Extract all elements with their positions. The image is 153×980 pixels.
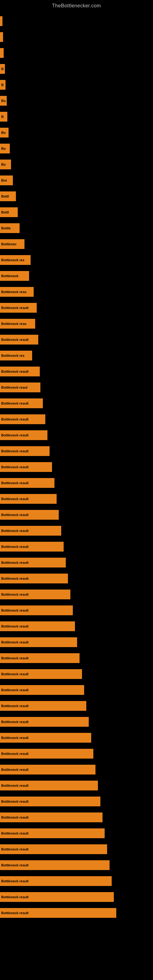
bar-label: Bottleneck result — [1, 433, 29, 437]
bar-row — [0, 29, 153, 45]
bar-row: Bottleneck result — [0, 905, 153, 921]
bar: B — [0, 112, 7, 122]
bar: Bottleneck result — [0, 367, 40, 376]
bar-label: Bo — [1, 99, 6, 103]
bar: Bottleneck result — [0, 605, 73, 615]
bars-container: BBBoBBoBoBoBotBottlBottlBottleBottlenecB… — [0, 10, 153, 921]
bar-label: Bottleneck result — [1, 911, 29, 915]
bar — [0, 16, 2, 26]
bar-row: Bottleneck result — [0, 794, 153, 810]
bar-label: Bottleneck result — [1, 784, 29, 788]
bar: Bottleneck result — [0, 813, 102, 822]
bar-row: Bottl — [0, 204, 153, 220]
bar-row: Bottleneck result — [0, 698, 153, 714]
bar-row: Bottleneck result — [0, 507, 153, 523]
bar: Bottleneck result — [0, 494, 57, 504]
bar-row: Bot — [0, 172, 153, 188]
bar: Bottlenec — [0, 239, 24, 249]
bar-row: Bottleneck result — [0, 475, 153, 491]
bar-row: Bottleneck result — [0, 300, 153, 316]
bar-label: Bottleneck result — [1, 609, 29, 612]
bar-row: Bottleneck result — [0, 778, 153, 794]
bar-row: Bottleneck result — [0, 841, 153, 857]
bar-label: Bot — [1, 178, 7, 182]
bar-row: Bottl — [0, 188, 153, 204]
bar: Bottl — [0, 207, 18, 217]
bar-row: B — [0, 77, 153, 93]
bar-label: Bottleneck resu — [1, 322, 27, 326]
bar-label: B — [1, 83, 4, 87]
bar: Bottleneck result — [0, 526, 61, 536]
bar: Bot — [0, 175, 13, 185]
bar-row: Bottleneck result — [0, 602, 153, 618]
bar-row: Bo — [0, 93, 153, 109]
bar-label: Bottleneck — [1, 274, 18, 278]
bar: Bottleneck result — [0, 590, 70, 599]
bar-row: Bottleneck resul — [0, 379, 153, 395]
bar-label: Bottleneck result — [1, 879, 29, 883]
bar-label: Bottl — [1, 210, 9, 214]
bar-label: Bottleneck result — [1, 338, 29, 342]
bar-label: Bottleneck result — [1, 688, 29, 692]
bar-label: Bottleneck result — [1, 465, 29, 469]
bar: Bottleneck result — [0, 876, 112, 886]
bar: Bottleneck result — [0, 717, 89, 727]
bar: Bottleneck result — [0, 892, 114, 902]
bar-label: Bottl — [1, 194, 9, 198]
bar-row: Bottleneck result — [0, 666, 153, 682]
bar-row: Bottleneck result — [0, 411, 153, 427]
bar: B — [0, 80, 5, 90]
bar-row: Bottleneck result — [0, 857, 153, 873]
bar-label: Bottleneck result — [1, 306, 29, 310]
bar-label: Bottleneck res — [1, 258, 24, 262]
bar-row: Bottleneck result — [0, 873, 153, 889]
bar: Bottleneck result — [0, 765, 96, 775]
bar-label: B — [1, 67, 4, 71]
bar-label: B — [1, 115, 4, 119]
bar: Bottleneck resul — [0, 382, 40, 392]
bar-row: Bottleneck result — [0, 332, 153, 348]
bar-label: Bottleneck result — [1, 513, 29, 517]
bar-row: B — [0, 61, 153, 77]
bar-label: Bo — [1, 162, 6, 166]
bar: Bo — [0, 128, 9, 137]
bar-label: Bottleneck result — [1, 577, 29, 580]
bar-row: Bottleneck result — [0, 364, 153, 379]
bar: Bottleneck res — [0, 255, 30, 265]
bar-label: Bo — [1, 147, 6, 150]
bar-row: Bottleneck resu — [0, 284, 153, 300]
bar — [0, 48, 4, 58]
bar-row: Bottle — [0, 220, 153, 236]
bar-label: Bottleneck resul — [1, 385, 27, 389]
bar — [0, 32, 3, 42]
bar: Bo — [0, 144, 10, 153]
bar-row: Bottleneck result — [0, 523, 153, 539]
bar: B — [0, 64, 5, 74]
bar-label: Bottleneck result — [1, 704, 29, 708]
bar-row: Bottleneck result — [0, 443, 153, 459]
bar-label: Bottleneck result — [1, 593, 29, 596]
bar-row — [0, 13, 153, 29]
bar-row: Bottleneck result — [0, 650, 153, 666]
bar: Bottleneck result — [0, 669, 82, 679]
bar-row: Bottleneck res — [0, 348, 153, 364]
bar: Bottleneck result — [0, 558, 66, 568]
bar-label: Bottleneck result — [1, 863, 29, 867]
bar: Bottleneck result — [0, 781, 98, 791]
bar-row: Bottleneck result — [0, 634, 153, 650]
bar-row: Bottleneck resu — [0, 316, 153, 332]
site-title: TheBottlenecker.com — [0, 0, 153, 10]
bar-label: Bottleneck resu — [1, 290, 27, 294]
bar-row: Bottlenec — [0, 236, 153, 252]
bar-label: Bottleneck result — [1, 529, 29, 533]
bar-row: Bottleneck result — [0, 714, 153, 730]
bar-label: Bottlenec — [1, 242, 16, 246]
bar-label: Bottleneck result — [1, 847, 29, 851]
bar-label: Bottleneck result — [1, 816, 29, 819]
bar-row: Bottleneck result — [0, 825, 153, 841]
bar: Bottleneck resu — [0, 287, 33, 297]
bar: Bottleneck result — [0, 749, 93, 759]
bar: Bottleneck result — [0, 510, 59, 520]
bar-label: Bo — [1, 131, 6, 134]
bar-label: Bottleneck result — [1, 481, 29, 485]
